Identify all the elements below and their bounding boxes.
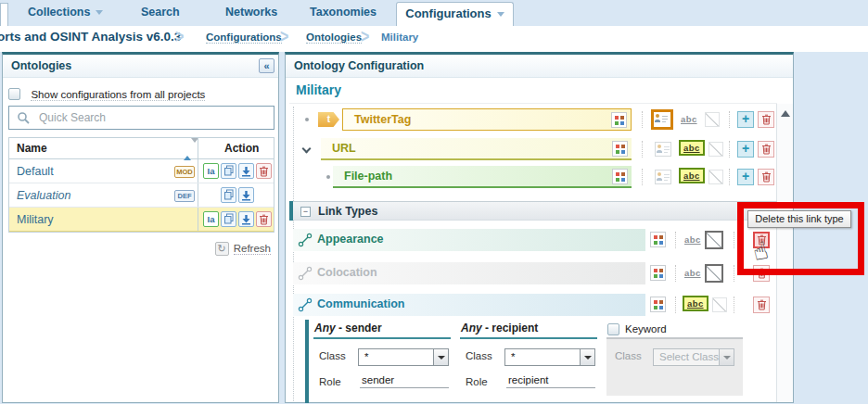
- config-name[interactable]: Evaluation: [17, 189, 70, 202]
- link-bar-appearance[interactable]: Appearance: [293, 229, 645, 251]
- delete-entity-button[interactable]: [758, 111, 774, 128]
- display-none-toggle[interactable]: [705, 112, 720, 127]
- download-button[interactable]: [238, 211, 254, 227]
- nav-configurations-active-tab[interactable]: Configurations: [396, 2, 514, 26]
- display-entity-icon[interactable]: [655, 142, 671, 157]
- tag-icon: t: [318, 112, 339, 127]
- rename-button[interactable]: Ia: [203, 163, 219, 179]
- copy-button[interactable]: [221, 211, 236, 227]
- column-divider: [198, 183, 198, 207]
- display-abc-toggle[interactable]: abc: [681, 114, 697, 124]
- dropdown-arrow-icon[interactable]: [580, 349, 594, 365]
- trash-icon: [757, 268, 767, 279]
- link-bar-communication[interactable]: Communication: [293, 294, 645, 316]
- collapse-section-icon[interactable]: −: [300, 207, 311, 217]
- display-abc-toggle[interactable]: abc: [683, 296, 708, 311]
- style-grid-icon[interactable]: [612, 169, 628, 184]
- divider: [729, 169, 730, 185]
- nav-networks[interactable]: Networks: [225, 6, 277, 19]
- sort-icon[interactable]: [184, 143, 191, 156]
- keyword-label[interactable]: Keyword: [625, 323, 667, 335]
- display-none-toggle[interactable]: [708, 170, 723, 184]
- endpoint-any: Any: [314, 322, 336, 335]
- add-entity-button[interactable]: +: [737, 111, 754, 128]
- breadcrumb: orts and OSINT Analysis v6.0.3 > Configu…: [0, 26, 868, 52]
- table-row-default[interactable]: Default MOD Ia: [9, 159, 274, 183]
- style-grid-icon[interactable]: [650, 232, 666, 247]
- keyword-checkbox[interactable]: [607, 323, 619, 335]
- link-bar-colocation[interactable]: Colocation: [293, 262, 645, 284]
- breadcrumb-configurations[interactable]: Configurations: [206, 32, 282, 44]
- column-header-name[interactable]: Name: [17, 142, 47, 155]
- divider: [734, 232, 734, 248]
- link-label: Colocation: [317, 266, 377, 279]
- display-none-toggle[interactable]: [705, 264, 723, 283]
- entity-bar-url[interactable]: URL: [321, 138, 632, 160]
- rename-button[interactable]: Ia: [203, 211, 219, 227]
- delete-link-type-button[interactable]: [753, 297, 770, 313]
- class-label: Class: [466, 350, 492, 361]
- display-entity-icon[interactable]: [655, 170, 671, 184]
- copy-icon: [223, 165, 235, 177]
- nav-taxonomies[interactable]: Taxonomies: [310, 6, 377, 19]
- dropdown-arrow-icon[interactable]: [433, 349, 448, 365]
- delete-link-type-button[interactable]: [753, 265, 770, 282]
- link-row-appearance: Appearance abc: [286, 229, 777, 251]
- divider: [729, 111, 730, 128]
- add-entity-button[interactable]: +: [737, 141, 754, 158]
- collapse-node-icon[interactable]: [302, 145, 312, 154]
- nav-collections[interactable]: Collections: [28, 6, 103, 19]
- nav-search[interactable]: Search: [141, 6, 180, 19]
- copy-button[interactable]: [221, 187, 236, 203]
- class-label: Class: [319, 350, 346, 361]
- config-name[interactable]: Default: [17, 165, 54, 178]
- breadcrumb-ontologies[interactable]: Ontologies: [306, 32, 362, 44]
- display-abc-toggle[interactable]: abc: [679, 140, 705, 156]
- display-none-toggle[interactable]: [708, 142, 723, 157]
- add-entity-button[interactable]: +: [737, 169, 754, 185]
- scrollbar[interactable]: [776, 104, 793, 402]
- recipient-role-input[interactable]: [506, 373, 595, 388]
- divider: [734, 265, 734, 282]
- link-label: Appearance: [317, 233, 384, 246]
- display-none-toggle[interactable]: [705, 231, 723, 249]
- delete-entity-button[interactable]: [758, 141, 774, 158]
- collapse-panel-button[interactable]: «: [259, 58, 274, 73]
- breadcrumb-project[interactable]: orts and OSINT Analysis v6.0.3: [0, 30, 181, 44]
- display-none-toggle[interactable]: [712, 297, 727, 312]
- table-row-military[interactable]: Military Ia: [9, 208, 274, 232]
- scroll-up-icon[interactable]: [781, 110, 790, 117]
- delete-button[interactable]: [256, 211, 272, 227]
- table-row-evaluation[interactable]: Evaluation DEF: [9, 183, 274, 208]
- download-button[interactable]: [238, 163, 254, 179]
- column-divider: [198, 159, 198, 183]
- delete-button[interactable]: [256, 163, 272, 179]
- quick-search-input[interactable]: [37, 109, 269, 126]
- style-grid-icon[interactable]: [611, 112, 627, 128]
- delete-entity-button[interactable]: [758, 169, 774, 185]
- entity-bar-twittertag[interactable]: TwitterTag: [342, 108, 632, 131]
- endpoint-title-sender: Any - sender: [314, 322, 382, 335]
- sender-class-select[interactable]: *: [358, 348, 449, 366]
- entity-bar-filepath[interactable]: File-path: [333, 166, 632, 188]
- display-abc-toggle[interactable]: abc: [684, 268, 701, 278]
- config-name[interactable]: Military: [17, 213, 54, 226]
- divider: [675, 297, 676, 313]
- refresh-link[interactable]: ↻ Refresh: [215, 242, 271, 256]
- display-abc-toggle[interactable]: abc: [679, 168, 705, 183]
- show-all-projects-label[interactable]: Show configurations from all projects: [31, 89, 205, 101]
- show-all-projects-checkbox[interactable]: [8, 88, 20, 100]
- recipient-class-select[interactable]: *: [504, 348, 595, 366]
- style-grid-icon[interactable]: [650, 265, 666, 281]
- content-divider: [289, 103, 777, 104]
- nav-collections-label: Collections: [28, 6, 90, 19]
- sender-role-input[interactable]: [360, 373, 449, 388]
- display-abc-toggle[interactable]: abc: [684, 234, 701, 245]
- style-grid-icon[interactable]: [650, 297, 666, 312]
- style-grid-icon[interactable]: [612, 141, 628, 157]
- endpoint-role-name: - sender: [336, 322, 382, 335]
- download-button[interactable]: [238, 187, 254, 203]
- copy-button[interactable]: [221, 163, 236, 179]
- ontologies-panel: Ontologies « Show configurations from al…: [2, 52, 279, 403]
- display-entity-icon[interactable]: [651, 109, 673, 130]
